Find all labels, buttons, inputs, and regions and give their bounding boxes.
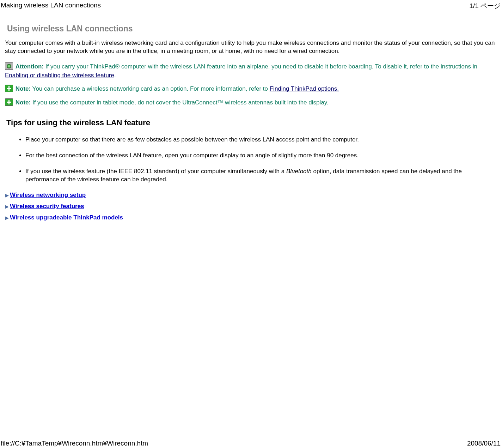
tips-heading: Tips for using the wireless LAN feature <box>6 118 497 127</box>
related-link-row: ▶ Wireless networking setup <box>5 192 497 199</box>
list-item: Place your computer so that there are as… <box>25 136 497 144</box>
related-link-row: ▶ Wireless security features <box>5 203 497 210</box>
page-title: Using wireless LAN connections <box>7 24 497 34</box>
arrow-icon: ▶ <box>5 193 9 198</box>
related-link-row: ▶ Wireless upgradeable ThinkPad models <box>5 214 497 221</box>
attention-text-1: If you carry your ThinkPad® computer wit… <box>44 63 477 70</box>
window-title: Making wireless LAN connections <box>1 1 101 11</box>
wireless-security-features-link[interactable]: Wireless security features <box>10 203 84 210</box>
note-callout-1: Note: You can purchase a wireless networ… <box>5 85 497 93</box>
intro-paragraph: Your computer comes with a built-in wire… <box>5 39 497 55</box>
tip3-italic: Bluetooth <box>286 168 312 175</box>
footer-date: 2008/06/11 <box>467 440 501 447</box>
enable-disable-wireless-link[interactable]: Enabling or disabling the wireless featu… <box>5 72 114 79</box>
note-callout-2: Note: If you use the computer in tablet … <box>5 98 497 107</box>
note2-text: If you use the computer in tablet mode, … <box>31 99 328 106</box>
finding-thinkpad-options-link[interactable]: Finding ThinkPad options. <box>270 85 339 92</box>
attention-label: Attention: <box>16 63 44 70</box>
note-icon <box>5 85 13 92</box>
wireless-upgradeable-models-link[interactable]: Wireless upgradeable ThinkPad models <box>10 214 123 221</box>
note-label-1: Note: <box>16 85 31 92</box>
list-item: If you use the wireless feature (the IEE… <box>25 168 497 184</box>
attention-icon <box>5 62 13 70</box>
note-icon <box>5 98 13 106</box>
list-item: For the best connection of the wireless … <box>25 152 497 160</box>
tip3-pre: If you use the wireless feature (the IEE… <box>25 168 286 175</box>
page-counter: 1/1 ページ <box>469 1 501 11</box>
tips-list: Place your computer so that there are as… <box>5 136 497 184</box>
browser-header: Making wireless LAN connections 1/1 ページ <box>0 0 502 13</box>
file-path: file://C:¥TamaTemp¥Wireconn.htm¥Wireconn… <box>1 440 148 447</box>
document-body: Using wireless LAN connections Your comp… <box>0 13 502 221</box>
attention-callout: Attention: If you carry your ThinkPad® c… <box>5 62 497 80</box>
arrow-icon: ▶ <box>5 216 9 220</box>
related-links: ▶ Wireless networking setup ▶ Wireless s… <box>5 192 497 221</box>
note1-text: You can purchase a wireless networking c… <box>31 85 270 92</box>
arrow-icon: ▶ <box>5 204 9 209</box>
browser-footer: file://C:¥TamaTemp¥Wireconn.htm¥Wireconn… <box>1 440 501 447</box>
note-label-2: Note: <box>16 99 31 106</box>
attention-text-2: . <box>114 72 116 79</box>
wireless-networking-setup-link[interactable]: Wireless networking setup <box>10 192 86 199</box>
